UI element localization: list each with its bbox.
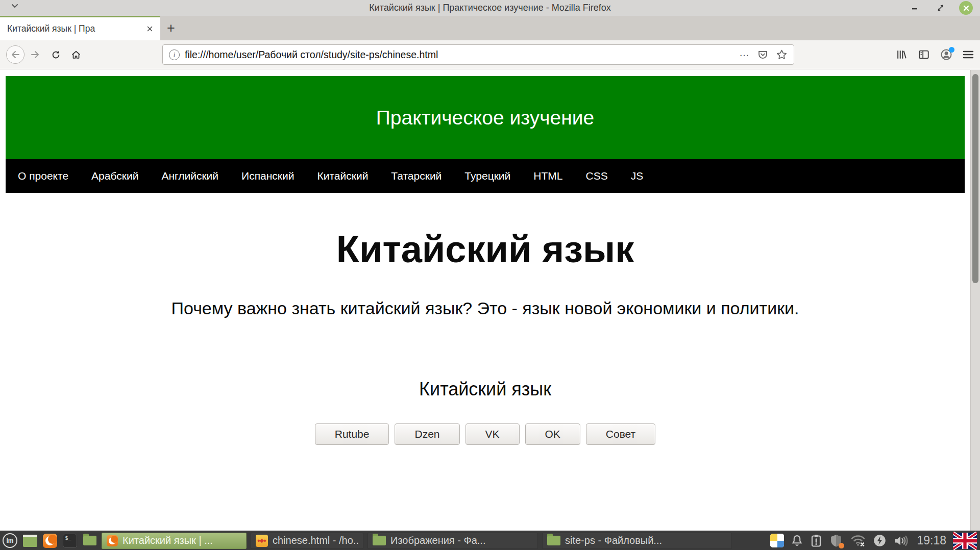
url-actions: … xyxy=(739,49,788,60)
page-title: Китайский язык xyxy=(0,229,970,270)
scrollbar[interactable] xyxy=(970,70,980,531)
menu-icon[interactable] xyxy=(963,50,974,59)
sovet-button[interactable]: Совет xyxy=(586,423,655,445)
forward-button[interactable] xyxy=(27,46,44,63)
page-subheading: Китайский язык xyxy=(0,379,970,400)
page-actions-icon[interactable]: … xyxy=(739,50,750,59)
pocket-icon[interactable] xyxy=(757,49,769,60)
taskbar-window-firefox[interactable]: Китайский язык | ... xyxy=(102,533,247,549)
terminal-launcher[interactable]: $_ xyxy=(62,533,78,548)
tab-close-icon[interactable] xyxy=(144,23,155,35)
show-desktop-button[interactable] xyxy=(22,533,38,548)
nav-item-css[interactable]: CSS xyxy=(585,170,607,182)
power-manager-icon[interactable] xyxy=(873,534,887,547)
system-tray: 19:18 xyxy=(770,532,978,550)
text-editor-icon xyxy=(256,535,268,547)
new-tab-button[interactable]: + xyxy=(160,16,182,40)
nav-item-english[interactable]: Английский xyxy=(161,170,218,182)
page-intro-text: Почему важно знать китайский язык? Это -… xyxy=(15,298,955,318)
desktop-icon xyxy=(23,535,37,547)
toolbar-right-icons xyxy=(896,48,974,61)
taskbar-window-editor[interactable]: chinese.html - /ho... xyxy=(251,533,363,549)
folder-icon xyxy=(373,536,386,545)
tab-title: Китайский язык | Пра xyxy=(7,23,144,34)
url-text[interactable]: file:///home/user/Рабочий стол/study/sit… xyxy=(185,49,734,61)
color-quadrant-icon[interactable] xyxy=(770,534,784,547)
taskbar: lm $_ Китайский язык | ... chinese.html … xyxy=(0,531,980,550)
reload-icon[interactable] xyxy=(47,46,64,63)
link-button-row: Rutube Dzen VK OK Совет xyxy=(0,423,970,445)
web-page: Практическое изучение О проекте Арабский… xyxy=(0,76,970,445)
dzen-button[interactable]: Dzen xyxy=(395,423,459,445)
nav-item-chinese[interactable]: Китайский xyxy=(317,170,368,182)
url-bar[interactable]: i file:///home/user/Рабочий стол/study/s… xyxy=(162,44,794,65)
navigation-toolbar: i file:///home/user/Рабочий стол/study/s… xyxy=(0,40,980,69)
terminal-icon: $_ xyxy=(63,534,77,548)
nav-item-js[interactable]: JS xyxy=(631,170,644,182)
volume-icon[interactable] xyxy=(893,534,909,547)
browser-viewport: Практическое изучение О проекте Арабский… xyxy=(0,70,980,531)
rutube-button[interactable]: Rutube xyxy=(315,423,389,445)
mint-logo-icon: lm xyxy=(3,533,17,548)
notification-dot xyxy=(949,47,954,53)
task-label: Изображения - Фа... xyxy=(390,535,485,546)
maximize-button[interactable] xyxy=(934,2,947,15)
scrollbar-thumb[interactable] xyxy=(972,74,978,283)
firefox-icon xyxy=(43,534,57,548)
nav-item-tatar[interactable]: Татарский xyxy=(391,170,442,182)
firefox-icon xyxy=(107,535,118,546)
folder-icon xyxy=(547,536,560,545)
nav-item-html[interactable]: HTML xyxy=(533,170,562,182)
nav-item-arabic[interactable]: Арабский xyxy=(91,170,138,182)
mint-menu-button[interactable]: lm xyxy=(2,533,18,548)
nav-item-turkish[interactable]: Турецкий xyxy=(464,170,510,182)
back-button[interactable] xyxy=(6,45,24,64)
banner-title: Практическое изучение xyxy=(376,107,595,129)
bookmark-star-icon[interactable] xyxy=(776,49,788,60)
shield-status-dot xyxy=(839,543,844,548)
window-title: Китайский язык | Практическое изучение -… xyxy=(0,3,980,13)
window-controls xyxy=(908,0,973,16)
library-icon[interactable] xyxy=(896,49,908,60)
sidebar-icon[interactable] xyxy=(918,49,930,60)
nav-item-spanish[interactable]: Испанский xyxy=(241,170,294,182)
page-nav: О проекте Арабский Английский Испанский … xyxy=(6,159,965,193)
page-banner: Практическое изучение xyxy=(6,76,965,159)
clock[interactable]: 19:18 xyxy=(917,534,946,547)
tab-chinese[interactable]: Китайский язык | Пра xyxy=(0,16,160,40)
folder-icon xyxy=(83,536,96,545)
ok-button[interactable]: OK xyxy=(525,423,580,445)
taskbar-window-siteps[interactable]: site-ps - Файловый... xyxy=(542,533,732,549)
task-label: chinese.html - /ho... xyxy=(273,535,358,546)
file-manager-launcher[interactable] xyxy=(82,533,97,548)
notifications-bell-icon[interactable] xyxy=(791,534,803,547)
info-icon[interactable]: i xyxy=(169,49,180,60)
firefox-launcher[interactable] xyxy=(42,533,58,548)
network-disconnected-icon[interactable] xyxy=(850,534,866,547)
window-titlebar: Китайский язык | Практическое изучение -… xyxy=(0,0,980,16)
tab-bar: Китайский язык | Пра + xyxy=(0,16,980,40)
minimize-button[interactable] xyxy=(908,2,921,15)
close-button[interactable] xyxy=(959,1,973,15)
task-label: site-ps - Файловый... xyxy=(565,535,662,546)
vk-button[interactable]: VK xyxy=(465,423,520,445)
account-icon[interactable] xyxy=(940,48,952,61)
taskbar-window-images[interactable]: Изображения - Фа... xyxy=(368,533,538,549)
update-manager-icon[interactable] xyxy=(810,534,822,547)
nav-item-about[interactable]: О проекте xyxy=(18,170,68,182)
keyboard-layout-flag-icon[interactable] xyxy=(953,532,977,550)
firewall-shield-icon[interactable] xyxy=(829,534,843,548)
task-label: Китайский язык | ... xyxy=(122,535,213,546)
home-icon[interactable] xyxy=(67,46,85,63)
